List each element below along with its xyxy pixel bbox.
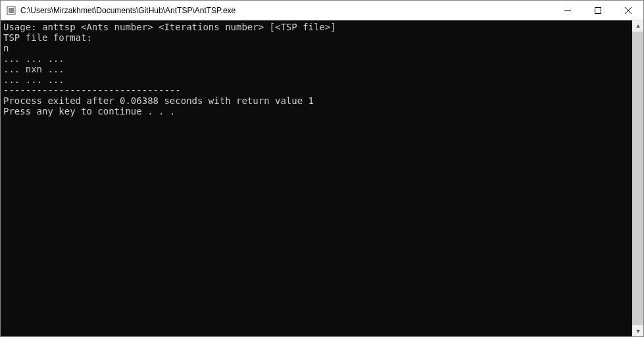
scroll-up-icon[interactable] [632, 20, 643, 32]
vertical-scrollbar[interactable] [632, 20, 643, 336]
maximize-button[interactable] [583, 1, 613, 20]
scroll-down-icon[interactable] [632, 325, 643, 336]
window-controls [553, 1, 643, 20]
scroll-thumb[interactable] [632, 32, 643, 325]
console-output: Usage: anttsp <Ants number> <Iterations … [1, 20, 632, 336]
console-area[interactable]: Usage: anttsp <Ants number> <Iterations … [1, 20, 643, 336]
window-title: C:\Users\Mirzakhmet\Documents\GitHub\Ant… [20, 6, 553, 15]
scroll-track[interactable] [632, 32, 643, 325]
svg-marker-7 [636, 330, 640, 333]
svg-rect-3 [595, 7, 601, 13]
close-button[interactable] [613, 1, 643, 20]
svg-marker-6 [636, 24, 640, 28]
app-icon [6, 5, 16, 16]
minimize-button[interactable] [553, 1, 583, 20]
titlebar: C:\Users\Mirzakhmet\Documents\GitHub\Ant… [1, 1, 643, 20]
svg-rect-1 [9, 8, 14, 13]
